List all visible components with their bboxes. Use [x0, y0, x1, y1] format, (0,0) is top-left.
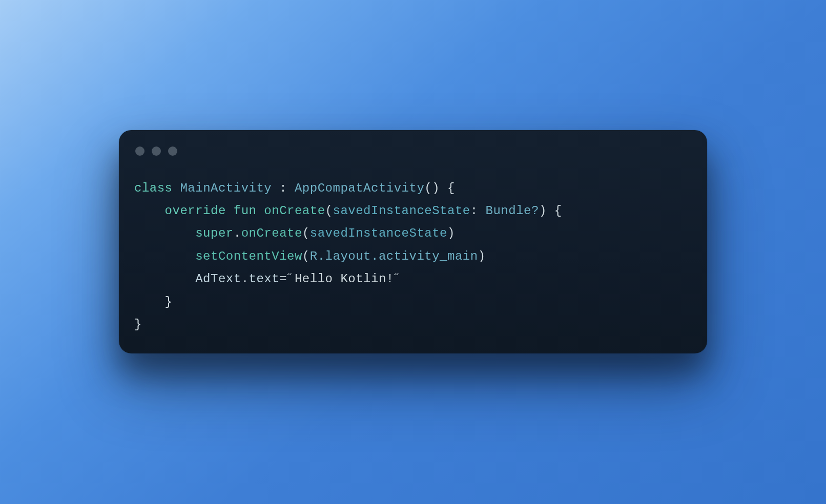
keyword-super: super	[195, 226, 234, 240]
keyword-override: override	[165, 204, 226, 218]
param-type: Bundle?	[486, 204, 539, 218]
code-window: class MainActivity : AppCompatActivity()…	[119, 130, 707, 354]
paren-open-2: (	[302, 226, 310, 240]
colon: :	[272, 181, 295, 195]
traffic-light-close[interactable]	[135, 146, 144, 156]
brace-close-inner: }	[165, 295, 173, 309]
paren-open: (	[325, 204, 333, 218]
class-name: MainActivity	[180, 181, 272, 195]
arg-sis: savedInstanceState	[310, 226, 447, 240]
prop-text: text	[249, 272, 280, 286]
r-path: R.layout.activity_main	[310, 249, 478, 263]
paren-open-3: (	[302, 249, 310, 263]
traffic-light-zoom[interactable]	[168, 146, 177, 156]
keyword-fun: fun	[234, 204, 257, 218]
dot: .	[234, 226, 241, 240]
parens-empty: ()	[424, 181, 440, 195]
brace-open-inner: {	[547, 204, 562, 218]
call-oncreate: onCreate	[241, 226, 302, 240]
super-type: AppCompatActivity	[295, 181, 424, 195]
param-name: savedInstanceState	[333, 204, 470, 218]
paren-close: )	[539, 204, 547, 218]
paren-close-2: )	[447, 226, 455, 240]
paren-close-3: )	[478, 249, 486, 263]
string-literal: ˝Hello Kotlin!˝	[287, 272, 402, 286]
brace-close-outer: }	[134, 318, 142, 331]
code-block: class MainActivity : AppCompatActivity()…	[134, 177, 692, 337]
fn-setcontentview: setContentView	[195, 249, 302, 263]
brace-open: {	[440, 181, 455, 195]
traffic-light-minimize[interactable]	[152, 146, 161, 156]
dot-2: .	[241, 272, 249, 286]
window-titlebar	[134, 143, 692, 160]
equals: =	[279, 272, 287, 286]
keyword-class: class	[134, 181, 173, 195]
fn-oncreate: onCreate	[264, 204, 325, 218]
param-colon: :	[470, 204, 486, 218]
ident-adtext: AdText	[195, 272, 241, 286]
